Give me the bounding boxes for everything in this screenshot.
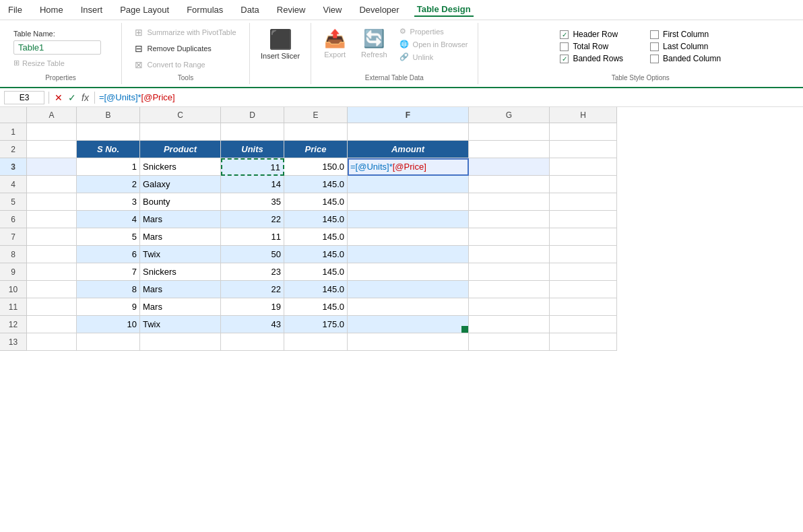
row-header-12[interactable]: 12: [0, 316, 27, 333]
cell-g7[interactable]: [469, 228, 550, 246]
cell-a9[interactable]: [27, 263, 77, 281]
last-column-checkbox[interactable]: [650, 42, 659, 51]
menu-formulas[interactable]: Formulas: [184, 3, 226, 16]
cell-e3[interactable]: 150.0: [284, 158, 348, 176]
cell-b2[interactable]: S No.: [77, 141, 140, 158]
row-header-6[interactable]: 6: [0, 211, 27, 228]
menu-view[interactable]: View: [320, 3, 344, 16]
row-header-11[interactable]: 11: [0, 298, 27, 316]
cell-f3[interactable]: =[@Units]*[@Price]: [348, 158, 469, 176]
cell-f11[interactable]: [348, 298, 469, 316]
row-header-2[interactable]: 2: [0, 141, 27, 158]
summarize-pivot-button[interactable]: ⊞ Summarize with PivotTable: [132, 26, 238, 39]
cell-c1[interactable]: [140, 123, 221, 141]
col-header-c[interactable]: C: [140, 107, 221, 123]
cell-h9[interactable]: [550, 263, 617, 281]
col-header-f[interactable]: F: [348, 107, 469, 123]
refresh-button[interactable]: 🔄 Refresh: [357, 26, 391, 61]
row-header-4[interactable]: 4: [0, 176, 27, 193]
cell-c8[interactable]: Twix: [140, 246, 221, 263]
row-header-8[interactable]: 8: [0, 246, 27, 263]
row-header-3[interactable]: 3: [0, 158, 27, 176]
cell-b1[interactable]: [77, 123, 140, 141]
cell-g4[interactable]: [469, 176, 550, 193]
cell-g5[interactable]: [469, 193, 550, 211]
total-row-checkbox[interactable]: [560, 42, 569, 51]
cell-e6[interactable]: 145.0: [284, 211, 348, 228]
cell-d13[interactable]: [221, 333, 284, 351]
cell-h7[interactable]: [550, 228, 617, 246]
cell-e10[interactable]: 145.0: [284, 281, 348, 298]
convert-to-range-button[interactable]: ⊠ Convert to Range: [132, 58, 207, 71]
cell-c4[interactable]: Galaxy: [140, 176, 221, 193]
unlink-button[interactable]: 🔗 Unlink: [397, 51, 471, 63]
cell-h1[interactable]: [550, 123, 617, 141]
cell-a2[interactable]: [27, 141, 77, 158]
cell-f4[interactable]: [348, 176, 469, 193]
properties-button[interactable]: ⚙ Properties: [397, 26, 471, 37]
cell-d11[interactable]: 19: [221, 298, 284, 316]
header-row-checkbox[interactable]: [560, 30, 569, 39]
cell-f13[interactable]: [348, 333, 469, 351]
first-column-checkbox[interactable]: [650, 30, 659, 39]
cell-f1[interactable]: [348, 123, 469, 141]
cell-a13[interactable]: [27, 333, 77, 351]
row-header-10[interactable]: 10: [0, 281, 27, 298]
cell-g13[interactable]: [469, 333, 550, 351]
cell-a5[interactable]: [27, 193, 77, 211]
cell-e11[interactable]: 145.0: [284, 298, 348, 316]
cell-d6[interactable]: 22: [221, 211, 284, 228]
cell-d2[interactable]: Units: [221, 141, 284, 158]
cell-c3[interactable]: Snickers: [140, 158, 221, 176]
cell-e7[interactable]: 145.0: [284, 228, 348, 246]
menu-data[interactable]: Data: [238, 3, 261, 16]
cell-f2[interactable]: Amount: [348, 141, 469, 158]
cell-b3[interactable]: 1: [77, 158, 140, 176]
cell-g8[interactable]: [469, 246, 550, 263]
col-header-a[interactable]: A: [27, 107, 77, 123]
cell-c7[interactable]: Mars: [140, 228, 221, 246]
row-header-9[interactable]: 9: [0, 263, 27, 281]
cell-b13[interactable]: [77, 333, 140, 351]
cell-b4[interactable]: 2: [77, 176, 140, 193]
cell-g2[interactable]: [469, 141, 550, 158]
cell-h3[interactable]: [550, 158, 617, 176]
cell-g10[interactable]: [469, 281, 550, 298]
cell-a3[interactable]: [27, 158, 77, 176]
cell-h2[interactable]: [550, 141, 617, 158]
cell-h4[interactable]: [550, 176, 617, 193]
cell-d8[interactable]: 50: [221, 246, 284, 263]
cell-d5[interactable]: 35: [221, 193, 284, 211]
cell-f9[interactable]: [348, 263, 469, 281]
cell-a7[interactable]: [27, 228, 77, 246]
col-header-d[interactable]: D: [221, 107, 284, 123]
cell-b8[interactable]: 6: [77, 246, 140, 263]
menu-home[interactable]: Home: [37, 3, 66, 16]
cell-a12[interactable]: [27, 316, 77, 333]
cell-g3[interactable]: [469, 158, 550, 176]
cell-a6[interactable]: [27, 211, 77, 228]
cell-c13[interactable]: [140, 333, 221, 351]
cell-e5[interactable]: 145.0: [284, 193, 348, 211]
cell-d9[interactable]: 23: [221, 263, 284, 281]
cell-d10[interactable]: 22: [221, 281, 284, 298]
row-header-13[interactable]: 13: [0, 333, 27, 351]
cell-c2[interactable]: Product: [140, 141, 221, 158]
menu-review[interactable]: Review: [274, 3, 309, 16]
cell-f5[interactable]: [348, 193, 469, 211]
cell-h8[interactable]: [550, 246, 617, 263]
row-header-1[interactable]: 1: [0, 123, 27, 141]
cell-e12[interactable]: 175.0: [284, 316, 348, 333]
cell-d4[interactable]: 14: [221, 176, 284, 193]
cell-f8[interactable]: [348, 246, 469, 263]
cell-c5[interactable]: Bounty: [140, 193, 221, 211]
cell-e9[interactable]: 145.0: [284, 263, 348, 281]
cell-f7[interactable]: [348, 228, 469, 246]
cell-c9[interactable]: Snickers: [140, 263, 221, 281]
cancel-formula-icon[interactable]: ✕: [53, 91, 64, 104]
cell-a10[interactable]: [27, 281, 77, 298]
col-header-b[interactable]: B: [77, 107, 140, 123]
menu-file[interactable]: File: [5, 3, 25, 16]
menu-table-design[interactable]: Table Design: [414, 3, 474, 17]
cell-d3[interactable]: 11: [221, 158, 284, 176]
